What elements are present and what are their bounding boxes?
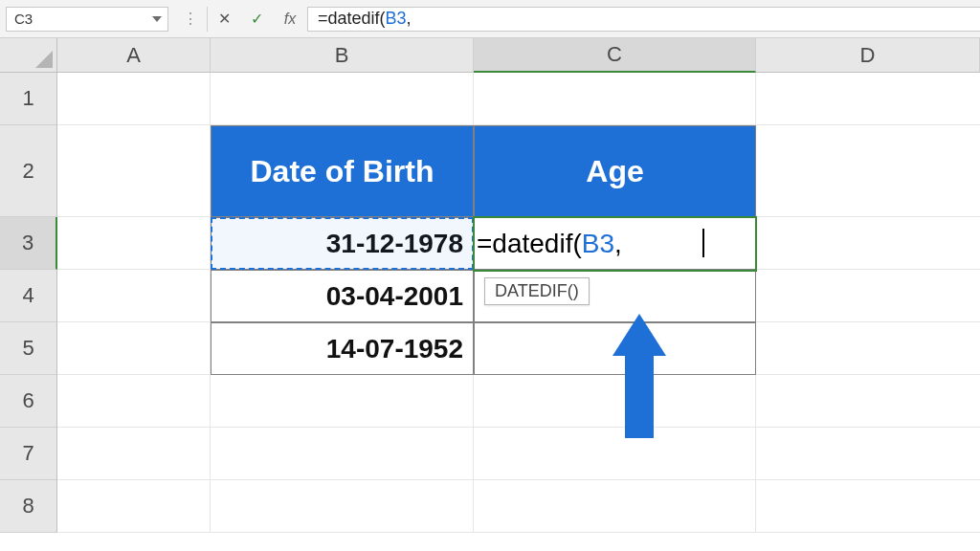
row-5: 5 14-07-1952	[0, 322, 980, 375]
row-2: 2 Date of Birth Age	[0, 125, 980, 217]
cell-B4[interactable]: 03-04-2001	[211, 270, 474, 322]
cell-D7[interactable]	[756, 428, 980, 480]
cell-C1[interactable]	[474, 73, 756, 125]
cell-A7[interactable]	[57, 428, 211, 480]
cell-D4[interactable]	[756, 270, 980, 322]
cell-A8[interactable]	[57, 480, 211, 533]
cell-C8[interactable]	[474, 480, 756, 533]
column-headers: A B C D	[0, 38, 980, 73]
text-caret	[702, 229, 704, 257]
formula-text-ref: B3	[386, 9, 407, 29]
row-8: 8	[0, 480, 980, 533]
row-7: 7	[0, 428, 980, 480]
cell-D2[interactable]	[756, 125, 980, 217]
table-header-dob[interactable]: Date of Birth	[211, 125, 474, 217]
cell-A4[interactable]	[57, 270, 211, 322]
col-header-C[interactable]: C	[474, 38, 756, 73]
confirm-formula-button[interactable]: ✓	[240, 7, 273, 32]
function-tooltip: DATEDIF()	[484, 277, 590, 305]
select-all-corner[interactable]	[0, 38, 57, 73]
col-header-A[interactable]: A	[57, 38, 211, 73]
cell-B1[interactable]	[211, 73, 474, 125]
row-1: 1	[0, 73, 980, 125]
cell-C3[interactable]: =datedif(B3,	[474, 217, 756, 270]
cell-D5[interactable]	[756, 322, 980, 375]
cell-D3[interactable]	[756, 217, 980, 270]
spreadsheet-grid: A B C D 1 2 Date of Birth Age 3 31-12-19…	[0, 38, 980, 551]
row-header-4[interactable]: 4	[0, 270, 57, 322]
formula-text-prefix: =datedif(	[318, 9, 386, 29]
row-3: 3 31-12-1978 =datedif(B3,	[0, 217, 980, 270]
row-6: 6	[0, 375, 980, 428]
row-header-8[interactable]: 8	[0, 480, 57, 533]
cancel-formula-button[interactable]: ✕	[208, 7, 240, 32]
fx-icon[interactable]: fx	[273, 11, 307, 28]
cell-B6[interactable]	[211, 375, 474, 428]
row-header-5[interactable]: 5	[0, 322, 57, 375]
formula-text-suffix: ,	[407, 9, 412, 29]
chevron-down-icon	[152, 16, 162, 22]
kebab-icon[interactable]: ⋮	[174, 7, 207, 32]
cell-A3[interactable]	[57, 217, 211, 270]
cell-C6[interactable]	[474, 375, 756, 428]
cell-A5[interactable]	[57, 322, 211, 375]
cell-B5[interactable]: 14-07-1952	[211, 322, 474, 375]
cell-A2[interactable]	[57, 125, 211, 217]
cell-A6[interactable]	[57, 375, 211, 428]
row-header-2[interactable]: 2	[0, 125, 57, 217]
row-header-6[interactable]: 6	[0, 375, 57, 428]
col-header-B[interactable]: B	[211, 38, 474, 73]
name-box-value: C3	[14, 11, 33, 27]
cell-B3[interactable]: 31-12-1978	[211, 217, 474, 270]
col-header-D[interactable]: D	[756, 38, 980, 73]
formula-bar: C3 ⋮ ✕ ✓ fx =datedif(B3,	[0, 0, 980, 38]
table-header-age[interactable]: Age	[474, 125, 756, 217]
cell-C5[interactable]	[474, 322, 756, 375]
cell-C7[interactable]	[474, 428, 756, 480]
row-header-3[interactable]: 3	[0, 217, 57, 270]
name-box[interactable]: C3	[6, 7, 168, 32]
cell-editor[interactable]: =datedif(B3,	[477, 229, 622, 259]
cell-B8[interactable]	[211, 480, 474, 533]
cell-A1[interactable]	[57, 73, 211, 125]
cell-D8[interactable]	[756, 480, 980, 533]
formula-input[interactable]: =datedif(B3,	[307, 7, 980, 32]
cell-D6[interactable]	[756, 375, 980, 428]
cell-D1[interactable]	[756, 73, 980, 125]
row-header-7[interactable]: 7	[0, 428, 57, 480]
row-header-1[interactable]: 1	[0, 73, 57, 125]
cell-B7[interactable]	[211, 428, 474, 480]
